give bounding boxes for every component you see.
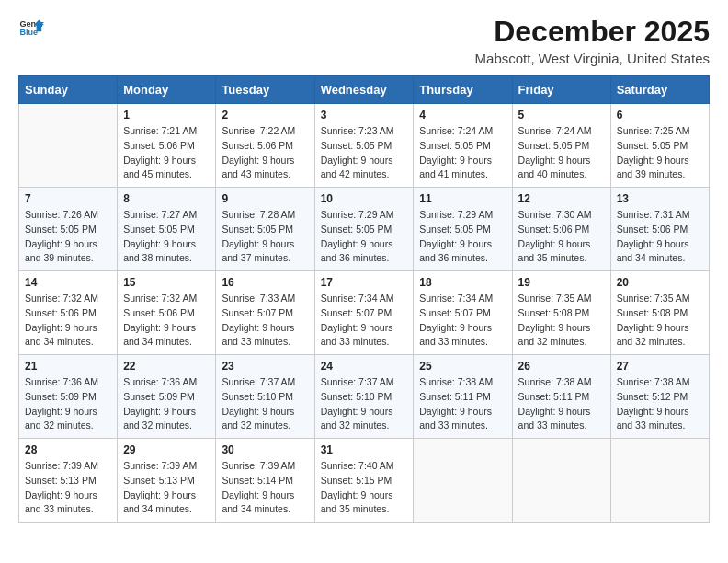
day-info: Sunrise: 7:26 AM Sunset: 5:05 PM Dayligh… [25,208,111,266]
day-info: Sunrise: 7:37 AM Sunset: 5:10 PM Dayligh… [321,375,408,433]
column-header-sunday: Sunday [19,76,118,104]
day-number: 22 [123,360,210,373]
day-number: 21 [25,360,111,373]
day-number: 11 [419,192,506,205]
calendar-cell: 7Sunrise: 7:26 AM Sunset: 5:05 PM Daylig… [19,188,118,271]
calendar-cell: 14Sunrise: 7:32 AM Sunset: 5:06 PM Dayli… [19,271,118,355]
day-number: 23 [222,360,308,373]
calendar-cell: 1Sunrise: 7:21 AM Sunset: 5:06 PM Daylig… [118,104,216,188]
day-info: Sunrise: 7:39 AM Sunset: 5:13 PM Dayligh… [25,459,111,517]
day-number: 7 [25,192,111,205]
day-number: 26 [518,360,605,373]
calendar-cell: 26Sunrise: 7:38 AM Sunset: 5:11 PM Dayli… [512,355,610,439]
logo-icon: General Blue [18,15,44,40]
day-info: Sunrise: 7:40 AM Sunset: 5:15 PM Dayligh… [321,459,408,517]
day-number: 28 [25,443,111,456]
week-row-3: 14Sunrise: 7:32 AM Sunset: 5:06 PM Dayli… [19,271,710,355]
day-info: Sunrise: 7:39 AM Sunset: 5:14 PM Dayligh… [222,459,308,517]
day-number: 12 [518,192,605,205]
day-info: Sunrise: 7:38 AM Sunset: 5:11 PM Dayligh… [518,375,605,433]
day-number: 19 [518,276,605,289]
calendar-cell: 29Sunrise: 7:39 AM Sunset: 5:13 PM Dayli… [118,439,216,523]
day-info: Sunrise: 7:38 AM Sunset: 5:12 PM Dayligh… [617,375,703,433]
column-header-tuesday: Tuesday [216,76,314,104]
calendar-cell: 22Sunrise: 7:36 AM Sunset: 5:09 PM Dayli… [118,355,216,439]
day-info: Sunrise: 7:22 AM Sunset: 5:06 PM Dayligh… [222,124,308,182]
column-header-monday: Monday [118,76,216,104]
day-number: 16 [222,276,308,289]
calendar-cell: 11Sunrise: 7:29 AM Sunset: 5:05 PM Dayli… [414,188,512,271]
day-info: Sunrise: 7:30 AM Sunset: 5:06 PM Dayligh… [518,208,605,266]
calendar-cell [19,104,118,188]
day-number: 10 [321,192,408,205]
calendar-cell: 31Sunrise: 7:40 AM Sunset: 5:15 PM Dayli… [314,439,414,523]
column-header-friday: Friday [512,76,610,104]
calendar-cell: 25Sunrise: 7:38 AM Sunset: 5:11 PM Dayli… [414,355,512,439]
calendar-header-row: SundayMondayTuesdayWednesdayThursdayFrid… [19,76,710,104]
week-row-5: 28Sunrise: 7:39 AM Sunset: 5:13 PM Dayli… [19,439,710,523]
week-row-2: 7Sunrise: 7:26 AM Sunset: 5:05 PM Daylig… [19,188,710,271]
week-row-4: 21Sunrise: 7:36 AM Sunset: 5:09 PM Dayli… [19,355,710,439]
calendar-cell: 3Sunrise: 7:23 AM Sunset: 5:05 PM Daylig… [314,104,414,188]
day-info: Sunrise: 7:32 AM Sunset: 5:06 PM Dayligh… [123,292,210,350]
calendar-cell: 9Sunrise: 7:28 AM Sunset: 5:05 PM Daylig… [216,188,314,271]
column-header-wednesday: Wednesday [314,76,414,104]
day-info: Sunrise: 7:25 AM Sunset: 5:05 PM Dayligh… [617,124,703,182]
calendar-cell: 4Sunrise: 7:24 AM Sunset: 5:05 PM Daylig… [414,104,512,188]
day-info: Sunrise: 7:39 AM Sunset: 5:13 PM Dayligh… [123,459,210,517]
day-number: 29 [123,443,210,456]
day-info: Sunrise: 7:37 AM Sunset: 5:10 PM Dayligh… [222,375,308,433]
day-info: Sunrise: 7:24 AM Sunset: 5:05 PM Dayligh… [518,124,605,182]
calendar-cell: 8Sunrise: 7:27 AM Sunset: 5:05 PM Daylig… [118,188,216,271]
calendar-cell: 17Sunrise: 7:34 AM Sunset: 5:07 PM Dayli… [314,271,414,355]
day-info: Sunrise: 7:35 AM Sunset: 5:08 PM Dayligh… [518,292,605,350]
calendar-cell: 27Sunrise: 7:38 AM Sunset: 5:12 PM Dayli… [610,355,709,439]
day-info: Sunrise: 7:33 AM Sunset: 5:07 PM Dayligh… [222,292,308,350]
day-number: 25 [419,360,506,373]
location-title: Mabscott, West Virginia, United States [475,51,710,66]
day-info: Sunrise: 7:24 AM Sunset: 5:05 PM Dayligh… [419,124,506,182]
calendar-cell: 16Sunrise: 7:33 AM Sunset: 5:07 PM Dayli… [216,271,314,355]
day-number: 13 [617,192,703,205]
day-number: 9 [222,192,308,205]
calendar-cell [512,439,610,523]
day-number: 20 [617,276,703,289]
column-header-thursday: Thursday [414,76,512,104]
day-number: 14 [25,276,111,289]
day-number: 15 [123,276,210,289]
logo: General Blue [18,15,44,40]
calendar-cell: 2Sunrise: 7:22 AM Sunset: 5:06 PM Daylig… [216,104,314,188]
day-info: Sunrise: 7:34 AM Sunset: 5:07 PM Dayligh… [321,292,408,350]
day-info: Sunrise: 7:27 AM Sunset: 5:05 PM Dayligh… [123,208,210,266]
calendar-cell: 5Sunrise: 7:24 AM Sunset: 5:05 PM Daylig… [512,104,610,188]
day-number: 31 [321,443,408,456]
day-info: Sunrise: 7:21 AM Sunset: 5:06 PM Dayligh… [123,124,210,182]
title-area: December 2025 Mabscott, West Virginia, U… [475,15,710,66]
day-number: 8 [123,192,210,205]
calendar-cell: 21Sunrise: 7:36 AM Sunset: 5:09 PM Dayli… [19,355,118,439]
page-header: General Blue December 2025 Mabscott, Wes… [18,15,710,66]
day-number: 30 [222,443,308,456]
day-number: 6 [617,109,703,121]
day-info: Sunrise: 7:35 AM Sunset: 5:08 PM Dayligh… [617,292,703,350]
day-number: 4 [419,109,506,121]
column-header-saturday: Saturday [610,76,709,104]
day-info: Sunrise: 7:31 AM Sunset: 5:06 PM Dayligh… [617,208,703,266]
calendar-cell: 6Sunrise: 7:25 AM Sunset: 5:05 PM Daylig… [610,104,709,188]
day-info: Sunrise: 7:36 AM Sunset: 5:09 PM Dayligh… [123,375,210,433]
calendar-cell [610,439,709,523]
day-number: 5 [518,109,605,121]
calendar-cell: 24Sunrise: 7:37 AM Sunset: 5:10 PM Dayli… [314,355,414,439]
day-info: Sunrise: 7:29 AM Sunset: 5:05 PM Dayligh… [321,208,408,266]
calendar-cell: 12Sunrise: 7:30 AM Sunset: 5:06 PM Dayli… [512,188,610,271]
day-info: Sunrise: 7:36 AM Sunset: 5:09 PM Dayligh… [25,375,111,433]
calendar-cell: 19Sunrise: 7:35 AM Sunset: 5:08 PM Dayli… [512,271,610,355]
calendar-cell: 23Sunrise: 7:37 AM Sunset: 5:10 PM Dayli… [216,355,314,439]
day-number: 18 [419,276,506,289]
day-number: 3 [321,109,408,121]
calendar-cell: 10Sunrise: 7:29 AM Sunset: 5:05 PM Dayli… [314,188,414,271]
calendar-cell: 28Sunrise: 7:39 AM Sunset: 5:13 PM Dayli… [19,439,118,523]
calendar-cell: 18Sunrise: 7:34 AM Sunset: 5:07 PM Dayli… [414,271,512,355]
day-number: 2 [222,109,308,121]
day-info: Sunrise: 7:32 AM Sunset: 5:06 PM Dayligh… [25,292,111,350]
